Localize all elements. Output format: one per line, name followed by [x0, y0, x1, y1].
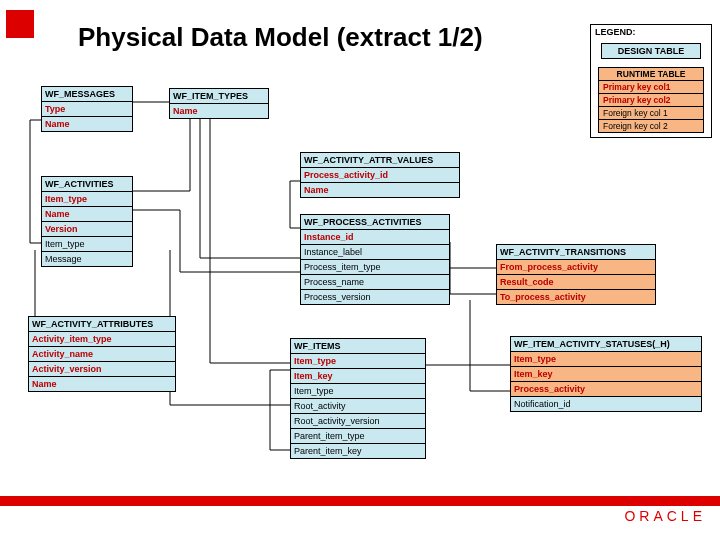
col-process-version: Process_version — [301, 290, 449, 304]
table-wf-activity-attr-values: WF_ACTIVITY_ATTR_VALUES Process_activity… — [300, 152, 460, 198]
table-header: WF_ACTIVITY_ATTRIBUTES — [29, 317, 175, 332]
col-message: Message — [42, 252, 132, 266]
col-parent-item-type: Parent_item_type — [291, 429, 425, 444]
col-item-type: Item_type — [291, 354, 425, 369]
table-header: WF_PROCESS_ACTIVITIES — [301, 215, 449, 230]
col-process-item-type: Process_item_type — [301, 260, 449, 275]
footer-accent-bar — [0, 496, 720, 506]
col-root-activity: Root_activity — [291, 399, 425, 414]
table-wf-item-types: WF_ITEM_TYPES Name — [169, 88, 269, 119]
table-header: WF_ACTIVITY_ATTR_VALUES — [301, 153, 459, 168]
col-process-activity: Process_activity — [511, 382, 701, 397]
col-activity-item-type: Activity_item_type — [29, 332, 175, 347]
table-wf-activity-attributes: WF_ACTIVITY_ATTRIBUTES Activity_item_typ… — [28, 316, 176, 392]
col-type: Type — [42, 102, 132, 117]
col-process-name: Process_name — [301, 275, 449, 290]
table-header: WF_ITEM_ACTIVITY_STATUSES(_H) — [511, 337, 701, 352]
col-item-type-fk: Item_type — [42, 237, 132, 252]
table-header: WF_ITEM_TYPES — [170, 89, 268, 104]
col-item-type: Item_type — [511, 352, 701, 367]
table-header: WF_ITEMS — [291, 339, 425, 354]
col-item-key: Item_key — [511, 367, 701, 382]
diagram-canvas: WF_MESSAGES Type Name WF_ITEM_TYPES Name… — [0, 0, 720, 540]
table-wf-activities: WF_ACTIVITIES Item_type Name Version Ite… — [41, 176, 133, 267]
col-name: Name — [42, 117, 132, 131]
col-activity-version: Activity_version — [29, 362, 175, 377]
col-item-key: Item_key — [291, 369, 425, 384]
col-process-activity-id: Process_activity_id — [301, 168, 459, 183]
col-item-type-fk: Item_type — [291, 384, 425, 399]
table-wf-process-activities: WF_PROCESS_ACTIVITIES Instance_id Instan… — [300, 214, 450, 305]
col-name: Name — [301, 183, 459, 197]
col-result-code: Result_code — [497, 275, 655, 290]
oracle-logo: ORACLE — [624, 508, 706, 524]
table-wf-activity-transitions: WF_ACTIVITY_TRANSITIONS From_process_act… — [496, 244, 656, 305]
col-name: Name — [170, 104, 268, 118]
col-instance-id: Instance_id — [301, 230, 449, 245]
col-from-process-activity: From_process_activity — [497, 260, 655, 275]
table-wf-messages: WF_MESSAGES Type Name — [41, 86, 133, 132]
table-header: WF_MESSAGES — [42, 87, 132, 102]
col-name: Name — [42, 207, 132, 222]
col-item-type: Item_type — [42, 192, 132, 207]
table-wf-items: WF_ITEMS Item_type Item_key Item_type Ro… — [290, 338, 426, 459]
col-notification-id: Notification_id — [511, 397, 701, 411]
col-to-process-activity: To_process_activity — [497, 290, 655, 304]
col-version: Version — [42, 222, 132, 237]
col-parent-item-key: Parent_item_key — [291, 444, 425, 458]
table-header: WF_ACTIVITIES — [42, 177, 132, 192]
col-root-activity-version: Root_activity_version — [291, 414, 425, 429]
col-name: Name — [29, 377, 175, 391]
col-instance-label: Instance_label — [301, 245, 449, 260]
table-wf-item-activity-statuses: WF_ITEM_ACTIVITY_STATUSES(_H) Item_type … — [510, 336, 702, 412]
table-header: WF_ACTIVITY_TRANSITIONS — [497, 245, 655, 260]
col-activity-name: Activity_name — [29, 347, 175, 362]
